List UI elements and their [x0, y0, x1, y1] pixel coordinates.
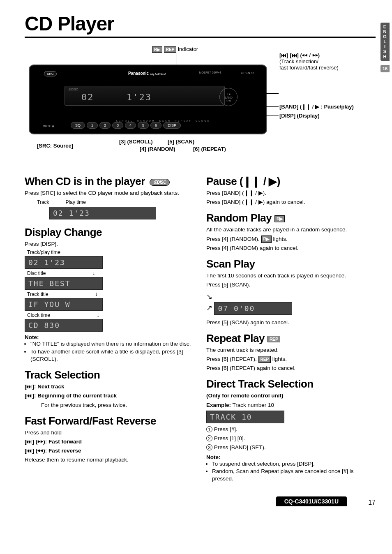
callout-btn6: [6] (REPEAT): [193, 146, 226, 152]
random-inline-badge: R▶: [261, 235, 272, 243]
repeat-badge-icon: REP: [267, 336, 280, 342]
note-heading-right: Note:: [206, 454, 376, 460]
repeat-l3: Press [6] (REPEAT) again to cancel.: [206, 365, 376, 372]
random-badge-icon: R▶: [274, 215, 285, 222]
repeat-l1: The current track is repeated.: [206, 346, 376, 354]
repeat-l2: Press [6] (REPEAT). REP lights.: [206, 355, 376, 363]
note-1: "NO TITLE" is displayed when there is no…: [30, 340, 194, 348]
heading-repeat: Repeat Play REP: [206, 332, 376, 345]
stereo-face: SRC Panasonic CQ-C3401U MOSFET 50W×4 OPE…: [29, 65, 267, 134]
direct-s1: 1 Press [#].: [206, 426, 376, 433]
direct-sub: (Only for remote control unit): [206, 392, 376, 399]
callout-track-buttons: [⏮] [⏭] (◀◀ / ▶▶) (Track selection/ fast…: [279, 52, 339, 71]
language-tab: E N G L I S H: [380, 23, 390, 61]
seq-label-3: Track title ↓: [27, 291, 194, 297]
track-sel-l1: [⏭]: Next track: [25, 383, 194, 390]
ff-l3: [⏮] (◀◀): Fast reverse: [25, 447, 194, 455]
track-sel-l3: For the previous track, press twice.: [41, 402, 194, 409]
callout-disp: [DISP] (Display): [279, 113, 320, 119]
heading-display-change: Display Change: [25, 226, 194, 239]
footer-page-number: 17: [368, 499, 376, 506]
ff-l1: Press and hold: [25, 429, 194, 436]
footer-model: CQ-C3401U/C3301U: [276, 496, 347, 506]
heading-ff-fr: Fast Forward/Fast Reverse: [25, 415, 194, 427]
seq-label-2: Disc title ↓: [27, 270, 194, 276]
heading-direct: Direct Track Selection: [206, 378, 376, 390]
heading-pause: Pause (❙❙ / ▶): [206, 175, 376, 188]
direct-note-1: To suspend direct selection, press [DISP…: [212, 460, 376, 468]
preset-1: 1: [87, 122, 98, 129]
right-column: Pause (❙❙ / ▶) Press [BAND] (❙❙ / ▶). Pr…: [206, 173, 376, 482]
mute-label: MUTE ◉: [43, 125, 54, 128]
seq-lcd-3: IF YOU W: [25, 298, 103, 311]
seq-lcd-4: CD 830: [25, 319, 103, 332]
sq-button: SQ: [71, 122, 85, 129]
callout-src: [SRC: Source]: [37, 143, 73, 149]
ff-l2: [⏭] (▶▶): Fast forward: [25, 438, 194, 446]
brand-label: Panasonic CQ-C3401U: [128, 71, 166, 76]
heading-random: Random Play R▶: [206, 212, 376, 224]
scan-l2: Press [5] (SCAN).: [206, 281, 376, 289]
direct-example: Example: Track number 10: [206, 402, 376, 409]
repeat-inline-badge: REP: [258, 356, 271, 363]
disc-badge-icon: ⦿DISC: [150, 179, 170, 186]
lcd-track-time: 02 1'23: [49, 207, 156, 219]
stereo-diagram: R▶ REP indicator SRC Panasonic CQ-C3401U…: [25, 46, 376, 169]
callout-btn5: [5] (SCAN): [168, 138, 194, 145]
when-cd-body: Press [SRC] to select the CD player mode…: [25, 189, 194, 197]
title-underline: [25, 37, 376, 38]
src-button: SRC: [44, 71, 57, 76]
disp-button: DISP: [163, 122, 181, 129]
random-l3: Press [4] (RANDOM) again to cancel.: [206, 245, 376, 252]
rep-badge: REP: [164, 46, 177, 53]
track-label: Track: [37, 199, 49, 205]
preset-4: 4: [125, 122, 136, 129]
stereo-lcd: 02 1'23 ⦿DISC: [65, 86, 225, 106]
note-heading-left: Note:: [25, 334, 194, 340]
preset-5: 5: [138, 122, 149, 129]
scan-l3: Press [5] (SCAN) again to cancel.: [206, 319, 376, 326]
band-knob: ⏸/▶BANDAPM: [219, 88, 238, 106]
preset-button-row: SQ 1 2 3 4 5 6 DISP: [71, 122, 181, 129]
ff-l4: Release them to resume normal playback.: [25, 456, 194, 464]
heading-when-cd: When CD is in the player ⦿DISC: [25, 175, 194, 188]
preset-3: 3: [112, 122, 123, 129]
track-sel-l2: [⏮]: Beginning of the current track: [25, 392, 194, 399]
page-title: CD Player: [25, 12, 376, 35]
playtime-label: Play time: [66, 199, 86, 205]
callout-band: [BAND] (❙❙ / ▶ : Pause/play): [279, 104, 354, 110]
left-column: When CD is in the player ⦿DISC Press [SR…: [25, 173, 194, 482]
preset-6: 6: [150, 122, 161, 129]
random-l1: All the available tracks are played in a…: [206, 226, 376, 233]
note-2: To have another circle scroll while a ti…: [30, 348, 194, 363]
callout-btn3: [3] (SCROLL): [119, 138, 153, 145]
direct-lcd: TRACK 10: [206, 411, 284, 423]
direct-s3: 3 Press [BAND] (SET).: [206, 444, 376, 451]
seq-lcd-1: 02 1'23: [25, 256, 103, 269]
heading-scan: Scan Play: [206, 258, 376, 270]
seq-label-1: Track/play time: [27, 249, 194, 255]
direct-note-2: Random, Scan and Repeat plays are cancel…: [212, 468, 376, 482]
scan-l1: The first 10 seconds of each track is pl…: [206, 272, 376, 279]
direct-s2: 2 Press [1] [0].: [206, 435, 376, 442]
side-page-number: 16: [380, 65, 390, 72]
pause-l2: Press [BAND] (❙❙ / ▶) again to cancel.: [206, 199, 376, 206]
seq-lcd-2: THE BEST: [25, 277, 103, 290]
lcd-time: 1'23: [127, 92, 152, 102]
seq-label-4: Clock time ↓: [27, 312, 194, 318]
open-label: OPEN ⬭: [241, 71, 254, 75]
r-play-badge: R▶: [152, 46, 162, 53]
lcd-track: 02: [81, 92, 94, 102]
rep-indicator-label: indicator: [178, 46, 198, 52]
mosfet-label: MOSFET 50W×4: [199, 71, 221, 74]
display-change-body: Press [DISP].: [25, 240, 194, 248]
mini-labels-row: SCROLL RANDOM SCAN REPEAT CLOCK: [116, 120, 210, 122]
scan-lcd: 07 0'00: [214, 302, 292, 315]
pause-l1: Press [BAND] (❙❙ / ▶).: [206, 189, 376, 197]
callout-btn4: [4] (RANDOM): [140, 146, 175, 152]
random-l2: Press [4] (RANDOM). R▶ lights.: [206, 235, 376, 243]
preset-2: 2: [99, 122, 111, 129]
heading-track-selection: Track Selection: [25, 369, 194, 381]
